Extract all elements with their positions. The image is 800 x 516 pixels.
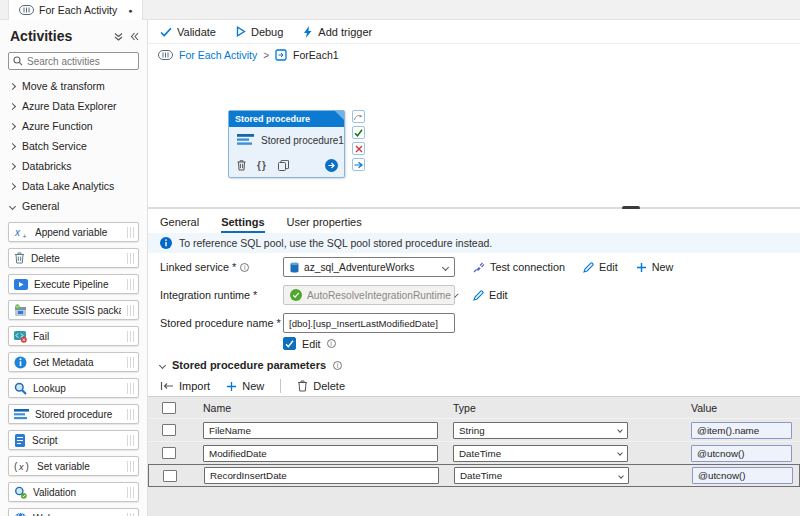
edit-integration-runtime-button[interactable]: Edit [473,289,508,301]
sql-database-icon [290,262,299,273]
trigger-bolt-icon [303,26,313,38]
new-parameter-button[interactable]: New [226,380,264,392]
search-activities-box[interactable] [8,52,139,70]
integration-runtime-dropdown[interactable]: AutoResolveIntegrationRuntime [283,285,455,305]
activity-web[interactable]: Web [8,508,139,516]
import-parameters-button[interactable]: Import [160,380,210,392]
tab-general[interactable]: General [160,216,199,233]
collapse-all-icon[interactable] [114,32,123,41]
delete-activity-icon[interactable] [237,160,246,171]
completion-port-icon[interactable] [352,158,365,171]
parameter-name-input[interactable] [204,467,439,484]
append-variable-icon: x+ [14,226,29,239]
category-azure-function[interactable]: Azure Function [0,116,147,136]
stored-procedure-icon [14,409,29,420]
parameter-type-dropdown[interactable]: String [453,422,628,439]
tab-for-each-activity[interactable]: For Each Activity ● [8,0,143,20]
stored-procedure-name-input[interactable] [283,313,455,333]
pipeline-icon [158,50,173,60]
breadcrumb-activity-name: ForEach1 [293,49,339,61]
drag-grip-icon [127,487,134,498]
column-header-name: Name [203,402,438,414]
chevron-right-icon [9,162,16,169]
category-data-lake-analytics[interactable]: Data Lake Analytics [0,176,147,196]
lookup-icon [14,382,27,395]
row-checkbox[interactable] [162,447,176,459]
activity-script[interactable]: Script [8,430,139,450]
debug-button[interactable]: Debug [236,26,283,38]
column-header-type: Type [453,402,628,414]
activity-get-metadata[interactable]: Get Metadata [8,352,139,372]
activity-stored-procedure[interactable]: Stored procedure [8,404,139,424]
info-banner: To reference SQL pool, use the SQL pool … [148,233,800,253]
select-all-checkbox[interactable] [162,402,176,414]
unsaved-indicator-icon: ● [128,7,132,14]
info-icon: i [333,361,342,370]
activity-delete[interactable]: Delete [8,248,139,268]
execute-pipeline-icon [14,279,28,290]
tab-settings[interactable]: Settings [221,216,264,233]
category-azure-data-explorer[interactable]: Azure Data Explorer [0,96,147,116]
activity-fail[interactable]: Fail [8,326,139,346]
category-move-transform[interactable]: Move & transform [0,76,147,96]
activity-execute-pipeline[interactable]: Execute Pipeline [8,274,139,294]
linked-service-label: Linked service * [160,261,236,273]
edit-checkbox-label: Edit [302,338,321,350]
search-activities-input[interactable] [27,56,132,67]
parameter-value-input[interactable] [691,445,792,462]
parameters-toolbar: Import New Delete [160,379,345,393]
failure-port-icon[interactable] [352,142,365,155]
parameter-type-dropdown[interactable]: DateTime [454,467,629,484]
row-checkbox[interactable] [162,424,176,436]
category-databricks[interactable]: Databricks [0,156,147,176]
collapse-panel-icon[interactable] [130,32,139,41]
activity-name: Stored procedure1 [261,135,344,146]
row-checkbox[interactable] [163,470,177,482]
validate-button[interactable]: Validate [160,26,216,38]
code-braces-icon[interactable]: {} [257,160,267,171]
integration-runtime-label: Integration runtime * [160,289,257,301]
success-port-icon[interactable] [352,126,365,139]
activity-validation[interactable]: Validation [8,482,139,502]
info-icon: i [240,263,249,272]
parameter-name-input[interactable] [203,422,438,439]
parameters-table-header: Name Type Value [148,397,800,418]
search-icon [13,56,23,66]
tab-bar: For Each Activity ● [0,0,800,20]
chevron-down-icon [9,202,16,209]
skip-port-icon[interactable] [352,110,365,123]
new-linked-service-button[interactable]: New [636,261,674,273]
chevron-down-icon [617,427,623,433]
parameter-name-input[interactable] [203,445,438,462]
parameter-value-input[interactable] [691,422,792,439]
parameter-value-input[interactable] [692,467,793,484]
clone-activity-icon[interactable] [278,160,289,171]
breadcrumb-pipeline-link[interactable]: For Each Activity [179,49,257,61]
activity-card-header: Stored procedure [229,111,344,127]
edit-checkbox[interactable] [283,337,296,350]
category-general[interactable]: General [0,196,147,216]
category-batch-service[interactable]: Batch Service [0,136,147,156]
add-next-activity-icon[interactable] [325,159,338,172]
activity-set-variable[interactable]: (x) Set variable [8,456,139,476]
activity-execute-ssis-package[interactable]: Execute SSIS package [8,300,139,320]
tab-user-properties[interactable]: User properties [287,216,362,233]
edit-linked-service-button[interactable]: Edit [583,261,618,273]
parameter-row: DateTime [148,441,800,464]
linked-service-dropdown[interactable]: az_sql_AdventureWorks [283,257,455,277]
drag-grip-icon [127,331,134,342]
get-metadata-icon [14,356,27,369]
test-connection-button[interactable]: Test connection [473,261,565,273]
parameter-type-dropdown[interactable]: DateTime [453,445,628,462]
pipeline-toolbar: Validate Debug Add trigger [148,20,800,44]
activity-append-variable[interactable]: x+ Append variable [8,222,139,242]
svg-text:x: x [14,227,21,238]
stored-procedure-activity-card[interactable]: Stored procedure Stored procedure1 {} [228,110,345,178]
activity-lookup[interactable]: Lookup [8,378,139,398]
add-trigger-button[interactable]: Add trigger [303,26,372,38]
foreach-icon [275,49,287,61]
svg-text:): ) [26,461,29,472]
delete-parameter-button[interactable]: Delete [297,380,345,392]
pipeline-canvas[interactable]: Stored procedure Stored procedure1 {} [148,86,800,207]
stored-procedure-parameters-header[interactable]: Stored procedure parameters i [160,359,342,371]
